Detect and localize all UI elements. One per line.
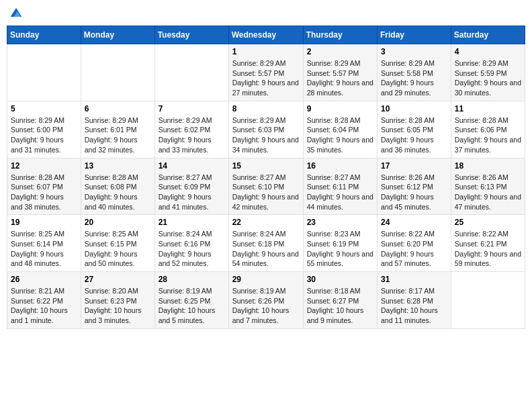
day-number: 1 [232,47,300,56]
day-info: Sunrise: 8:27 AM Sunset: 6:10 PM Dayligh… [232,173,300,212]
calendar-cell: 2Sunrise: 8:29 AM Sunset: 5:57 PM Daylig… [303,44,377,101]
day-number: 26 [11,275,77,284]
weekday-label: Sunday [7,26,81,44]
day-info: Sunrise: 8:29 AM Sunset: 6:01 PM Dayligh… [85,116,151,155]
day-info: Sunrise: 8:29 AM Sunset: 6:02 PM Dayligh… [159,116,225,155]
calendar-cell: 23Sunrise: 8:23 AM Sunset: 6:19 PM Dayli… [303,215,377,272]
day-number: 29 [232,275,300,284]
day-info: Sunrise: 8:28 AM Sunset: 6:06 PM Dayligh… [455,116,521,155]
day-number: 15 [232,161,300,171]
day-number: 23 [307,218,373,227]
day-info: Sunrise: 8:28 AM Sunset: 6:04 PM Dayligh… [307,116,373,155]
day-info: Sunrise: 8:18 AM Sunset: 6:27 PM Dayligh… [307,286,373,326]
day-info: Sunrise: 8:29 AM Sunset: 5:57 PM Dayligh… [232,58,300,98]
day-info: Sunrise: 8:27 AM Sunset: 6:09 PM Dayligh… [159,173,225,212]
calendar-cell: 10Sunrise: 8:28 AM Sunset: 6:05 PM Dayli… [378,101,451,158]
calendar-cell: 19Sunrise: 8:25 AM Sunset: 6:14 PM Dayli… [7,215,81,272]
weekday-header-row: SundayMondayTuesdayWednesdayThursdayFrid… [7,26,525,44]
page-header [7,7,525,20]
day-number: 17 [381,161,447,171]
day-number: 22 [232,218,300,227]
day-number: 16 [307,161,373,171]
calendar-cell [81,44,154,101]
day-number: 8 [232,104,300,113]
day-number: 5 [11,104,77,113]
calendar-cell: 24Sunrise: 8:22 AM Sunset: 6:20 PM Dayli… [378,215,451,272]
day-info: Sunrise: 8:29 AM Sunset: 6:03 PM Dayligh… [232,116,300,155]
day-number: 30 [307,275,373,284]
day-number: 21 [159,218,225,227]
day-info: Sunrise: 8:23 AM Sunset: 6:19 PM Dayligh… [307,229,373,269]
day-info: Sunrise: 8:17 AM Sunset: 6:28 PM Dayligh… [381,286,447,326]
day-number: 28 [159,275,225,284]
day-info: Sunrise: 8:28 AM Sunset: 6:08 PM Dayligh… [85,173,151,212]
calendar-body: 1Sunrise: 8:29 AM Sunset: 5:57 PM Daylig… [7,44,525,329]
calendar-cell: 4Sunrise: 8:29 AM Sunset: 5:59 PM Daylig… [451,44,525,101]
logo [9,7,24,20]
calendar-week-row: 12Sunrise: 8:28 AM Sunset: 6:07 PM Dayli… [7,158,525,215]
day-info: Sunrise: 8:29 AM Sunset: 5:57 PM Dayligh… [307,58,373,98]
day-number: 11 [455,104,521,113]
calendar-cell [7,44,81,101]
day-info: Sunrise: 8:22 AM Sunset: 6:21 PM Dayligh… [455,229,521,269]
calendar-cell: 1Sunrise: 8:29 AM Sunset: 5:57 PM Daylig… [228,44,303,101]
day-info: Sunrise: 8:27 AM Sunset: 6:11 PM Dayligh… [307,173,373,212]
calendar-cell: 22Sunrise: 8:24 AM Sunset: 6:18 PM Dayli… [228,215,303,272]
calendar-cell: 14Sunrise: 8:27 AM Sunset: 6:09 PM Dayli… [154,158,228,215]
day-info: Sunrise: 8:28 AM Sunset: 6:05 PM Dayligh… [381,116,447,155]
calendar-cell: 29Sunrise: 8:19 AM Sunset: 6:26 PM Dayli… [228,272,303,329]
calendar-week-row: 19Sunrise: 8:25 AM Sunset: 6:14 PM Dayli… [7,215,525,272]
calendar-week-row: 1Sunrise: 8:29 AM Sunset: 5:57 PM Daylig… [7,44,525,101]
day-info: Sunrise: 8:19 AM Sunset: 6:26 PM Dayligh… [232,286,300,326]
weekday-label: Thursday [303,26,377,44]
day-info: Sunrise: 8:20 AM Sunset: 6:23 PM Dayligh… [85,286,151,326]
day-number: 25 [455,218,521,227]
calendar-cell [154,44,228,101]
day-info: Sunrise: 8:25 AM Sunset: 6:14 PM Dayligh… [11,229,77,269]
logo-icon [9,7,23,20]
day-info: Sunrise: 8:29 AM Sunset: 5:59 PM Dayligh… [455,58,521,98]
calendar-cell: 28Sunrise: 8:19 AM Sunset: 6:25 PM Dayli… [154,272,228,329]
weekday-label: Friday [378,26,451,44]
day-number: 19 [11,218,77,227]
day-info: Sunrise: 8:28 AM Sunset: 6:07 PM Dayligh… [11,173,77,212]
day-number: 10 [381,104,447,113]
calendar-cell: 17Sunrise: 8:26 AM Sunset: 6:12 PM Dayli… [378,158,451,215]
weekday-label: Tuesday [154,26,228,44]
calendar-cell: 21Sunrise: 8:24 AM Sunset: 6:16 PM Dayli… [154,215,228,272]
weekday-label: Wednesday [228,26,303,44]
day-info: Sunrise: 8:24 AM Sunset: 6:16 PM Dayligh… [159,229,225,269]
calendar-cell: 30Sunrise: 8:18 AM Sunset: 6:27 PM Dayli… [303,272,377,329]
day-number: 6 [85,104,151,113]
day-number: 7 [159,104,225,113]
day-info: Sunrise: 8:26 AM Sunset: 6:12 PM Dayligh… [381,173,447,212]
day-info: Sunrise: 8:29 AM Sunset: 5:58 PM Dayligh… [381,58,447,98]
calendar-cell [451,272,525,329]
day-info: Sunrise: 8:22 AM Sunset: 6:20 PM Dayligh… [381,229,447,269]
calendar-cell: 6Sunrise: 8:29 AM Sunset: 6:01 PM Daylig… [81,101,154,158]
calendar-cell: 7Sunrise: 8:29 AM Sunset: 6:02 PM Daylig… [154,101,228,158]
calendar-cell: 9Sunrise: 8:28 AM Sunset: 6:04 PM Daylig… [303,101,377,158]
day-number: 12 [11,161,77,171]
day-number: 20 [85,218,151,227]
calendar-cell: 26Sunrise: 8:21 AM Sunset: 6:22 PM Dayli… [7,272,81,329]
calendar-table: SundayMondayTuesdayWednesdayThursdayFrid… [7,26,525,329]
weekday-label: Saturday [451,26,525,44]
day-number: 14 [159,161,225,171]
calendar-week-row: 5Sunrise: 8:29 AM Sunset: 6:00 PM Daylig… [7,101,525,158]
calendar-cell: 12Sunrise: 8:28 AM Sunset: 6:07 PM Dayli… [7,158,81,215]
day-number: 24 [381,218,447,227]
day-number: 2 [307,47,373,56]
day-number: 3 [381,47,447,56]
calendar-cell: 13Sunrise: 8:28 AM Sunset: 6:08 PM Dayli… [81,158,154,215]
calendar-cell: 3Sunrise: 8:29 AM Sunset: 5:58 PM Daylig… [378,44,451,101]
day-info: Sunrise: 8:24 AM Sunset: 6:18 PM Dayligh… [232,229,300,269]
calendar-cell: 11Sunrise: 8:28 AM Sunset: 6:06 PM Dayli… [451,101,525,158]
calendar-week-row: 26Sunrise: 8:21 AM Sunset: 6:22 PM Dayli… [7,272,525,329]
day-number: 27 [85,275,151,284]
day-number: 31 [381,275,447,284]
day-number: 4 [455,47,521,56]
calendar-cell: 18Sunrise: 8:26 AM Sunset: 6:13 PM Dayli… [451,158,525,215]
calendar-header: SundayMondayTuesdayWednesdayThursdayFrid… [7,26,525,44]
calendar-cell: 31Sunrise: 8:17 AM Sunset: 6:28 PM Dayli… [378,272,451,329]
